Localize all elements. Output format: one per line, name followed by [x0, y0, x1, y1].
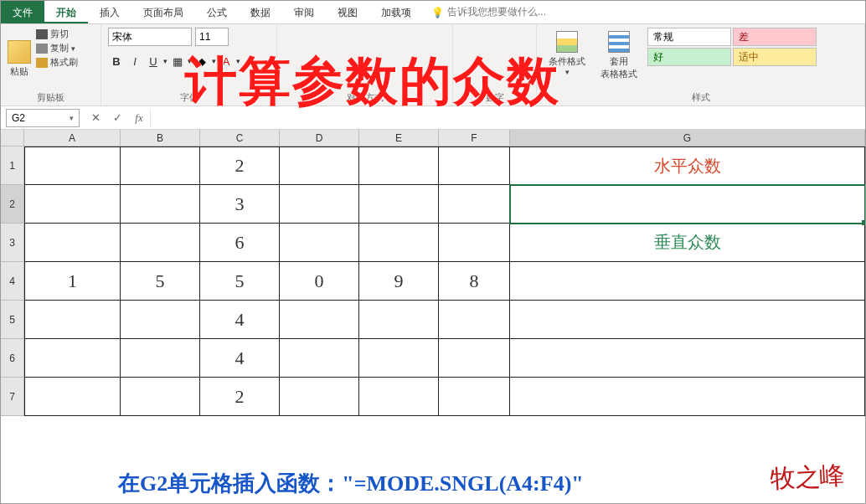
copy-button[interactable]: 复制 ▾	[36, 42, 78, 54]
font-color-button[interactable]: A	[218, 53, 235, 69]
cell-C1[interactable]: 2	[200, 147, 280, 185]
cell-D6[interactable]	[280, 339, 359, 378]
cell-G1[interactable]: 水平众数	[510, 147, 865, 185]
cell-C6[interactable]: 4	[200, 339, 280, 378]
row-header-3[interactable]: 3	[1, 224, 24, 262]
tab-home[interactable]: 开始	[44, 1, 88, 23]
fill-color-button[interactable]: ◆	[193, 53, 210, 69]
cell-F1[interactable]	[439, 147, 510, 185]
row-header-6[interactable]: 6	[1, 339, 24, 378]
style-good[interactable]: 好	[647, 48, 731, 66]
paste-button[interactable]: 粘贴	[8, 28, 31, 90]
cut-button[interactable]: 剪切	[36, 28, 78, 40]
cell-B4[interactable]: 5	[121, 262, 200, 301]
col-header-A[interactable]: A	[24, 130, 121, 146]
insert-function-button[interactable]: fx	[128, 109, 150, 127]
cell-G5[interactable]	[510, 301, 865, 339]
cell-A1[interactable]	[24, 147, 121, 185]
cell-E4[interactable]: 9	[359, 262, 439, 301]
cell-B5[interactable]	[121, 301, 200, 339]
col-header-G[interactable]: G	[510, 130, 865, 146]
cell-C2[interactable]: 3	[200, 185, 280, 224]
cell-D3[interactable]	[280, 224, 359, 262]
style-neutral[interactable]: 适中	[733, 48, 817, 66]
style-bad[interactable]: 差	[733, 28, 817, 46]
cell-B1[interactable]	[121, 147, 200, 185]
style-normal[interactable]: 常规	[647, 28, 731, 46]
cell-C5[interactable]: 4	[200, 301, 280, 339]
cell-E3[interactable]	[359, 224, 439, 262]
cell-A3[interactable]	[24, 224, 121, 262]
enter-formula-button[interactable]: ✓	[106, 109, 128, 127]
cell-E7[interactable]	[359, 378, 439, 416]
tab-page-layout[interactable]: 页面布局	[131, 1, 195, 23]
col-header-B[interactable]: B	[121, 130, 200, 146]
conditional-formatting-button[interactable]: 条件格式 ▾	[544, 28, 590, 80]
cell-D7[interactable]	[280, 378, 359, 416]
name-box[interactable]: G2 ▾	[6, 109, 80, 127]
cell-B7[interactable]	[121, 378, 200, 416]
cell-E2[interactable]	[359, 185, 439, 224]
border-button[interactable]: ▦	[169, 53, 186, 69]
cell-F7[interactable]	[439, 378, 510, 416]
row-header-4[interactable]: 4	[1, 262, 24, 301]
cell-B3[interactable]	[121, 224, 200, 262]
cell-D4[interactable]: 0	[280, 262, 359, 301]
italic-button[interactable]: I	[126, 53, 143, 69]
cell-F5[interactable]	[439, 301, 510, 339]
font-size-select[interactable]	[195, 28, 229, 46]
cell-E5[interactable]	[359, 301, 439, 339]
row-header-2[interactable]: 2	[1, 185, 24, 224]
tab-formulas[interactable]: 公式	[195, 1, 239, 23]
font-family-select[interactable]	[108, 28, 192, 46]
cell-F4[interactable]: 8	[439, 262, 510, 301]
col-header-D[interactable]: D	[280, 130, 359, 146]
col-header-C[interactable]: C	[200, 130, 280, 146]
cell-D2[interactable]	[280, 185, 359, 224]
cell-G7[interactable]	[510, 378, 865, 416]
tab-data[interactable]: 数据	[239, 1, 282, 23]
cell-F6[interactable]	[439, 339, 510, 378]
tell-me-search[interactable]: 💡 告诉我您想要做什么...	[423, 1, 554, 23]
cell-C7[interactable]: 2	[200, 378, 280, 416]
cell-C4[interactable]: 5	[200, 262, 280, 301]
tab-view[interactable]: 视图	[326, 1, 369, 23]
bold-button[interactable]: B	[108, 53, 125, 69]
group-font: B I U ▾ ▦▾ ◆▾ A▾ 字体	[101, 24, 277, 105]
cell-B6[interactable]	[121, 339, 200, 378]
cell-B2[interactable]	[121, 185, 200, 224]
row-header-7[interactable]: 7	[1, 378, 24, 416]
cell-G2[interactable]	[510, 185, 865, 224]
cell-G3[interactable]: 垂直众数	[510, 224, 865, 262]
chevron-down-icon[interactable]: ▾	[70, 114, 74, 122]
cell-D1[interactable]	[280, 147, 359, 185]
cell-F3[interactable]	[439, 224, 510, 262]
row-header-1[interactable]: 1	[1, 147, 24, 185]
format-painter-button[interactable]: 格式刷	[36, 56, 78, 69]
select-all-corner[interactable]	[1, 130, 24, 146]
cell-A4[interactable]: 1	[24, 262, 121, 301]
cell-C3[interactable]: 6	[200, 224, 280, 262]
cell-styles-gallery[interactable]: 常规 差 好 适中	[647, 28, 817, 66]
tab-insert[interactable]: 插入	[88, 1, 131, 23]
tab-addins[interactable]: 加载项	[369, 1, 423, 23]
tab-review[interactable]: 审阅	[282, 1, 326, 23]
cell-A2[interactable]	[24, 185, 121, 224]
cancel-formula-button[interactable]: ✕	[85, 109, 106, 127]
col-header-F[interactable]: F	[439, 130, 510, 146]
col-header-E[interactable]: E	[359, 130, 439, 146]
tab-file[interactable]: 文件	[1, 1, 44, 23]
cell-A5[interactable]	[24, 301, 121, 339]
cell-A6[interactable]	[24, 339, 121, 378]
formula-bar-input[interactable]	[150, 109, 865, 127]
format-as-table-button[interactable]: 套用 表格格式	[595, 28, 642, 84]
cell-E1[interactable]	[359, 147, 439, 185]
cell-G6[interactable]	[510, 339, 865, 378]
cell-A7[interactable]	[24, 378, 121, 416]
cell-E6[interactable]	[359, 339, 439, 378]
row-header-5[interactable]: 5	[1, 301, 24, 339]
cell-G4[interactable]	[510, 262, 865, 301]
underline-button[interactable]: U	[145, 53, 162, 69]
cell-F2[interactable]	[439, 185, 510, 224]
cell-D5[interactable]	[280, 301, 359, 339]
